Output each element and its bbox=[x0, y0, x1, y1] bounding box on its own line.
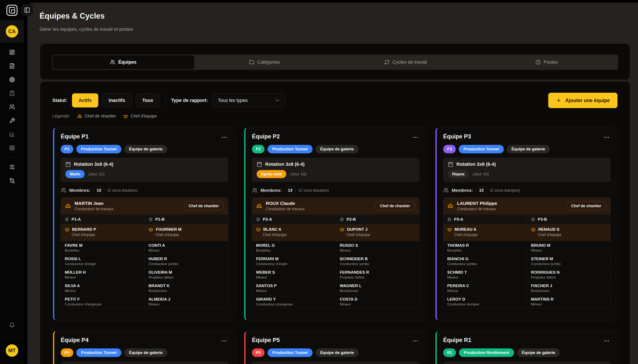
leader-name: BLANC A bbox=[263, 227, 282, 232]
chief-badge: Chef de chantier bbox=[375, 201, 415, 210]
sidebar-item-table[interactable] bbox=[0, 141, 24, 155]
sidebar-item-target[interactable] bbox=[0, 73, 24, 86]
member-role: Mineur bbox=[531, 248, 606, 253]
team-menu-button[interactable] bbox=[602, 133, 611, 142]
tabs-panel: Équipes Catégories Cycles de travail Pos… bbox=[40, 44, 630, 80]
report-type-label: Type de rapport: bbox=[171, 98, 208, 103]
status-filter-inactifs[interactable]: Inactifs bbox=[102, 93, 132, 108]
team-name: Équipe P5 bbox=[252, 337, 280, 344]
member-role: Conducteur chargeuse bbox=[65, 302, 140, 306]
member-name: HUBER R bbox=[148, 256, 224, 261]
leader-role: Chef d'équipe bbox=[263, 233, 332, 237]
status-filter-actifs[interactable]: Actifs bbox=[72, 93, 98, 108]
member-role: Conducteur dumper bbox=[447, 302, 523, 306]
member-role: Boulonneur bbox=[148, 289, 224, 293]
chevron-down-icon bbox=[275, 98, 280, 103]
team-name: Équipe P1 bbox=[61, 133, 89, 140]
team-menu-button[interactable] bbox=[411, 133, 420, 142]
rotation-day: (Jour 16) bbox=[290, 172, 306, 176]
ellipsis-icon bbox=[221, 134, 227, 140]
member-table: ROUX Claude Conducteur de travaux Chef d… bbox=[252, 198, 420, 308]
app-logo[interactable] bbox=[6, 4, 18, 16]
rotation-label: Rotation 3x8 (6-4) bbox=[265, 162, 305, 167]
sidebar-item-file-text[interactable] bbox=[0, 59, 24, 73]
member-row: LEROY D Conducteur dumper bbox=[443, 295, 527, 308]
sliders-icon bbox=[9, 164, 15, 170]
tab-cycles-de-travail[interactable]: Cycles de travail bbox=[335, 55, 476, 69]
leader-role: Chef d'équipe bbox=[538, 233, 606, 237]
member-role: Conducteur jumbo bbox=[531, 262, 606, 266]
clipboard-list-icon bbox=[9, 90, 15, 96]
sidebar-item-workflow[interactable] bbox=[0, 174, 24, 187]
notifications-button[interactable] bbox=[0, 318, 24, 332]
sidebar-item-users[interactable] bbox=[0, 100, 24, 114]
member-row: MARTINS R Mineur bbox=[527, 295, 610, 308]
crown-icon bbox=[340, 227, 344, 232]
ellipsis-icon bbox=[604, 134, 610, 140]
member-role: Mineur bbox=[447, 289, 523, 293]
report-type-select[interactable]: Tous les types bbox=[212, 93, 285, 108]
member-table: LAURENT Philippe Conducteur de travaux C… bbox=[443, 198, 611, 308]
subteam-id: P2-B bbox=[346, 217, 356, 222]
member-role: Boulonneur bbox=[531, 289, 606, 293]
member-name: FERNANDES R bbox=[340, 270, 415, 275]
member-role: Projeteur béton bbox=[148, 275, 224, 280]
member-row: BIANCHI G Conducteur jumbo bbox=[443, 255, 527, 268]
member-row: FISCHER J Boulonneur bbox=[527, 282, 610, 295]
sidebar: CA MT bbox=[0, 0, 24, 364]
tab-label: Cycles de travail bbox=[392, 60, 427, 65]
rotation-box bbox=[252, 361, 420, 364]
team-menu-button[interactable] bbox=[220, 337, 228, 346]
team-menu-button[interactable] bbox=[602, 337, 611, 346]
panel-left-icon bbox=[24, 7, 30, 13]
sidebar-item-wrench[interactable] bbox=[0, 114, 24, 127]
layers-icon bbox=[256, 217, 260, 222]
sidebar-item-bar-chart[interactable] bbox=[0, 127, 24, 141]
ellipsis-icon bbox=[604, 338, 610, 344]
member-row: COSTA D Mineur bbox=[336, 295, 419, 308]
subteam-id: P1-A bbox=[72, 217, 81, 222]
member-role: Conducteur jumbo bbox=[447, 262, 523, 266]
crown-icon bbox=[65, 227, 70, 232]
team-name: Équipe P4 bbox=[61, 337, 89, 344]
tab-postes[interactable]: Postes bbox=[476, 55, 618, 69]
bar-chart-icon bbox=[9, 131, 15, 137]
subteam-id: P3-B bbox=[538, 217, 547, 222]
sidebar-item-sliders[interactable] bbox=[0, 160, 24, 174]
leader-name: FOURNIER M bbox=[156, 227, 182, 232]
team-code-badge: P4 bbox=[61, 348, 73, 357]
team-card: Équipe P5 P5 Production Tunnel Équipe de… bbox=[244, 331, 427, 364]
team-menu-button[interactable] bbox=[220, 133, 228, 142]
team-card: Équipe P4 P4 Production Tunnel Équipe de… bbox=[53, 331, 236, 364]
member-name: ROSSI L bbox=[65, 256, 140, 261]
sidebar-item-dashboard[interactable] bbox=[0, 45, 24, 59]
filters-bar: Statut: ActifsInactifsTous Type de rappo… bbox=[52, 93, 618, 108]
member-role: Mineur bbox=[256, 289, 332, 293]
member-row: HUBER R Conducteur jumbo bbox=[144, 255, 228, 268]
status-label: Statut: bbox=[52, 98, 67, 103]
tab-label: Postes bbox=[544, 60, 558, 65]
team-card: Équipe P3 P3 Production Tunnel Équipe de… bbox=[436, 128, 618, 320]
layers-icon bbox=[531, 217, 535, 222]
tab--quipes[interactable]: Équipes bbox=[53, 55, 194, 69]
status-filter-tous[interactable]: Tous bbox=[136, 93, 160, 108]
user-avatar-top[interactable]: CA bbox=[6, 25, 18, 38]
member-row: OLIVEIRA M Projeteur béton bbox=[144, 268, 228, 281]
member-row: SCHNEIDER B Conducteur jumbo bbox=[336, 255, 419, 268]
sidebar-item-clipboard-list[interactable] bbox=[0, 86, 24, 100]
page-subtitle: Gérer les équipes, cycles de travail et … bbox=[40, 26, 133, 32]
subteam-leader-row: MOREAU A Chef d'équipe bbox=[443, 224, 527, 241]
teams-grid: Équipe P1 P1 Production Tunnel Équipe de… bbox=[53, 128, 618, 364]
user-avatar-bottom[interactable]: MT bbox=[6, 344, 18, 357]
member-name: MOREL G bbox=[256, 243, 332, 248]
member-row: SILVA A Mineur bbox=[61, 282, 144, 295]
rotation-label: Rotation 3x8 (6-4) bbox=[74, 162, 114, 167]
add-team-button[interactable]: Ajouter une équipe bbox=[548, 93, 618, 108]
team-menu-button[interactable] bbox=[411, 337, 420, 346]
member-table: MARTIN Jean Conducteur de travaux Chef d… bbox=[61, 198, 228, 308]
leader-role: Chef d'équipe bbox=[346, 233, 415, 237]
legend-label: Légende: bbox=[52, 114, 70, 118]
tab-cat-gories[interactable]: Catégories bbox=[194, 55, 335, 69]
sidebar-toggle-button[interactable] bbox=[21, 4, 33, 16]
member-name: FERRARI M bbox=[256, 256, 332, 261]
